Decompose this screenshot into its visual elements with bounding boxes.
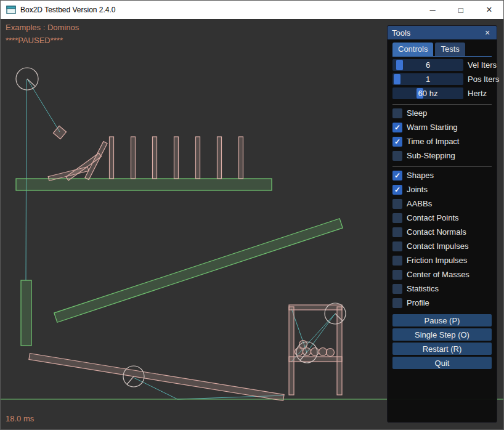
checkbox-box[interactable] [392,270,402,280]
domino-shelf [16,179,272,190]
hertz-slider[interactable]: 60 hz [392,87,463,99]
slider-value: 6 [392,59,463,71]
checkbox-label: Joints [407,185,428,194]
checkbox-shapes[interactable]: ✓Shapes [392,169,492,181]
checkbox-checked-icon[interactable]: ✓ [392,185,402,195]
checkbox-aabbs[interactable]: AABBs [392,198,492,209]
quit-button[interactable]: Quit [392,357,492,369]
checkbox-contact-normals[interactable]: Contact Normals [392,226,492,238]
checkbox-box[interactable] [392,298,402,308]
checkbox-warm-starting[interactable]: ✓Warm Starting [392,121,492,133]
slider-value: 1 [392,73,463,85]
left-post [21,280,31,346]
checkbox-label: Profile [407,298,429,307]
checkbox-box[interactable] [392,199,402,209]
pos-iters-slider[interactable]: 1 [392,73,463,85]
vel-iters-row: 6 Vel Iters [392,59,492,71]
app-icon [6,5,16,15]
checkbox-label: Friction Impulses [407,256,467,265]
checkbox-box[interactable] [392,151,402,161]
seesaw-plank [29,354,284,401]
checkbox-label: Contact Impulses [407,241,468,251]
checkbox-label: Contact Normals [407,227,466,237]
panel-close-icon[interactable]: × [482,28,492,38]
checkbox-sleep[interactable]: Sleep [392,107,492,119]
checkbox-joints[interactable]: ✓Joints [392,184,492,195]
checkbox-label: Statistics [407,284,439,293]
checkbox-checked-icon[interactable]: ✓ [392,123,402,132]
checkbox-label: AABBs [407,199,432,208]
checkbox-box[interactable] [392,227,402,237]
vel-iters-slider[interactable]: 6 [392,59,463,71]
panel-buttons: Pause (P)Single Step (O)Restart (R)Quit [392,314,492,369]
checkbox-label: Contact Points [407,213,459,222]
tools-panel: Tools × ControlsTests 6 Vel Iters 1 Pos … [387,25,497,423]
pendulum-box [53,126,66,139]
separator [392,166,492,167]
tab-tests[interactable]: Tests [435,43,465,56]
checkbox-box[interactable] [392,241,402,251]
checkbox-box[interactable] [392,284,402,294]
tab-controls[interactable]: Controls [392,43,433,56]
panel-title: Tools [392,28,410,38]
window-controls: ─ □ × [418,1,503,19]
checkbox-label: Time of Impact [407,137,459,146]
pos-iters-row: 1 Pos Iters [392,73,492,85]
maximize-button[interactable]: □ [447,1,475,19]
checkbox-time-of-impact[interactable]: ✓Time of Impact [392,136,492,147]
slider-label: Vel Iters [468,60,497,70]
frame-time-label: 18.0 ms [6,414,34,423]
checkbox-label: Warm Starting [407,123,458,132]
close-button[interactable]: × [475,1,503,19]
window-title: Box2D Testbed Version 2.4.0 [20,6,116,14]
circle-bodies [16,68,346,387]
title-bar[interactable]: Box2D Testbed Version 2.4.0 ─ □ × [1,1,503,19]
checkbox-statistics[interactable]: Statistics [392,283,492,294]
checkbox-label: Shapes [407,171,434,180]
single-step-o-button[interactable]: Single Step (O) [392,328,492,341]
slider-label: Hertz [468,89,487,98]
restart-r-button[interactable]: Restart (R) [392,343,492,355]
minimize-button[interactable]: ─ [418,1,447,19]
panel-title-bar[interactable]: Tools × [388,26,497,39]
checkbox-box[interactable] [392,256,402,266]
checkbox-sub-stepping[interactable]: Sub-Stepping [392,150,492,161]
paused-label: ****PAUSED**** [6,36,63,45]
slider-label: Pos Iters [468,75,499,84]
checkbox-box[interactable] [392,213,402,223]
checkbox-label: Sub-Stepping [407,151,455,160]
pause-p-button[interactable]: Pause (P) [392,314,492,327]
app-window: Box2D Testbed Version 2.4.0 ─ □ × [0,0,504,430]
slider-value: 60 hz [392,87,463,99]
checkbox-label: Sleep [407,108,427,118]
checkbox-contact-points[interactable]: Contact Points [392,212,492,224]
checkbox-section: Sleep✓Warm Starting✓Time of ImpactSub-St… [392,104,492,309]
hertz-row: 60 hz Hertz [392,87,492,99]
tab-bar: ControlsTests [392,41,492,57]
panel-body: ControlsTests 6 Vel Iters 1 Pos Iters [388,39,497,369]
checkbox-contact-impulses[interactable]: Contact Impulses [392,240,492,252]
checkbox-checked-icon[interactable]: ✓ [392,171,402,181]
checkbox-checked-icon[interactable]: ✓ [392,137,402,147]
example-label: Examples : Dominos [6,23,79,32]
checkbox-box[interactable] [392,108,402,118]
checkbox-profile[interactable]: Profile [392,297,492,309]
checkbox-label: Center of Masses [407,270,469,279]
dynamic-bodies [29,126,342,400]
checkbox-center-of-masses[interactable]: Center of Masses [392,269,492,280]
separator [392,104,492,105]
checkbox-friction-impulses[interactable]: Friction Impulses [392,254,492,266]
